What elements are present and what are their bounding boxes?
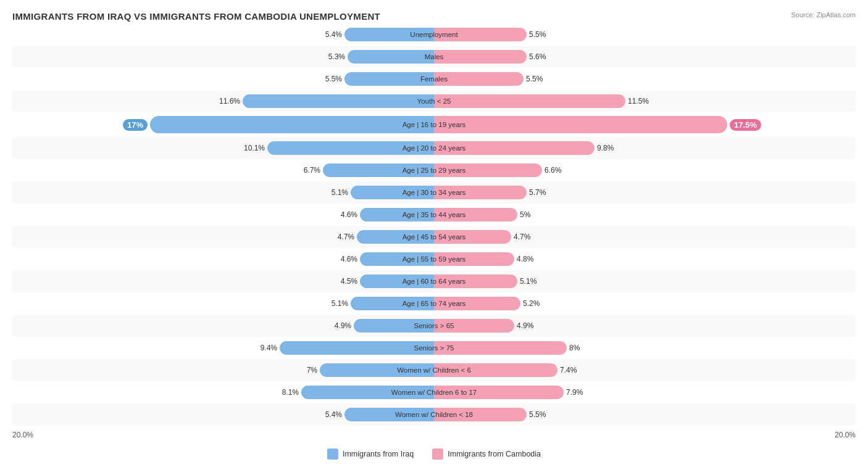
legend-iraq-box: [327, 448, 338, 460]
iraq-value: 5.1%: [325, 299, 348, 308]
left-side: 9.4%: [12, 341, 434, 355]
cambodia-bar: [434, 252, 514, 266]
right-side: 7.9%: [434, 386, 856, 399]
right-side: 4.8%: [434, 252, 856, 266]
bar-row: 10.1% Age | 20 to 24 years 9.8%: [12, 138, 856, 159]
left-side: 5.1%: [12, 186, 434, 199]
iraq-bar: [150, 116, 434, 133]
bar-row: 7% Women w/ Children < 6 7.4%: [12, 360, 856, 381]
iraq-value: 5.1%: [325, 188, 348, 197]
bar-row: 4.9% Seniors > 65 4.9%: [12, 315, 856, 336]
iraq-value: 5.3%: [322, 52, 345, 61]
iraq-bar: [360, 208, 434, 221]
right-side: 17.5%: [434, 116, 856, 133]
cambodia-bar: [434, 72, 524, 86]
cambodia-value: 5.7%: [529, 188, 553, 197]
axis-row: 20.0% 20.0%: [12, 428, 856, 442]
iraq-bar: [320, 363, 434, 377]
right-side: 5.6%: [434, 50, 856, 64]
bar-row: 5.5% Females 5.5%: [12, 68, 856, 89]
right-side: 5.5%: [434, 28, 856, 41]
cambodia-bar: [434, 163, 542, 177]
iraq-value: 10.1%: [241, 144, 265, 152]
cambodia-value: 4.9%: [517, 321, 540, 330]
iraq-bar: [344, 72, 434, 86]
iraq-bar: [301, 386, 434, 399]
cambodia-bar: [434, 386, 564, 399]
left-side: 17%: [12, 116, 434, 133]
right-side: 5.7%: [434, 186, 856, 199]
cambodia-value: 5.5%: [529, 410, 553, 419]
left-side: 5.1%: [12, 297, 434, 310]
iraq-bar: [351, 186, 434, 199]
iraq-value: 5.4%: [319, 410, 342, 419]
right-side: 5.5%: [434, 72, 856, 86]
iraq-value: 9.4%: [254, 344, 277, 352]
cambodia-value: 7.4%: [560, 366, 583, 374]
iraq-value: 4.7%: [331, 233, 354, 241]
cambodia-value: 6.6%: [545, 166, 568, 175]
cambodia-value: 4.7%: [514, 233, 537, 241]
cambodia-bar: [434, 408, 527, 421]
cambodia-value: 17.5%: [730, 119, 761, 131]
iraq-bar: [243, 94, 434, 108]
right-side: 9.8%: [434, 141, 856, 155]
bar-row: 4.5% Age | 60 to 64 years 5.1%: [12, 271, 856, 292]
source-text: Source: ZipAtlas.com: [791, 11, 856, 19]
legend-cambodia: Immigrants from Cambodia: [432, 448, 541, 460]
bar-row: 9.4% Seniors > 75 8%: [12, 337, 856, 358]
left-side: 11.6%: [12, 94, 434, 108]
iraq-bar: [280, 341, 434, 355]
bar-row: 4.6% Age | 35 to 44 years 5%: [12, 204, 856, 225]
legend-iraq-label: Immigrants from Iraq: [343, 450, 414, 458]
bar-row: 5.4% Unemployment 5.5%: [12, 24, 856, 45]
left-side: 4.5%: [12, 275, 434, 288]
left-side: 4.6%: [12, 252, 434, 266]
left-side: 7%: [12, 363, 434, 377]
iraq-bar: [351, 297, 434, 310]
legend: Immigrants from Iraq Immigrants from Cam…: [12, 448, 856, 460]
cambodia-value: 11.5%: [628, 97, 651, 105]
bar-row: 11.6% Youth < 25 11.5%: [12, 91, 856, 112]
cambodia-bar: [434, 94, 625, 108]
cambodia-bar: [434, 275, 517, 288]
cambodia-value: 5%: [520, 210, 543, 219]
bar-row: 8.1% Women w/ Children 6 to 17 7.9%: [12, 382, 856, 403]
iraq-bar: [354, 319, 434, 333]
iraq-value: 5.4%: [319, 30, 342, 39]
iraq-value: 7%: [294, 366, 317, 374]
cambodia-value: 5.5%: [529, 30, 553, 39]
right-side: 5%: [434, 208, 856, 221]
cambodia-bar: [434, 50, 527, 64]
cambodia-value: 8%: [569, 344, 593, 352]
right-side: 4.7%: [434, 230, 856, 244]
cambodia-value: 5.1%: [520, 277, 543, 286]
iraq-value: 4.6%: [334, 255, 357, 263]
right-side: 7.4%: [434, 363, 856, 377]
bar-row: 4.7% Age | 45 to 54 years 4.7%: [12, 226, 856, 247]
iraq-bar: [360, 252, 434, 266]
right-side: 6.6%: [434, 163, 856, 177]
left-side: 5.3%: [12, 50, 434, 64]
bar-row: 5.4% Women w/ Children < 18 5.5%: [12, 404, 856, 425]
cambodia-bar: [434, 28, 527, 41]
axis-right-label: 20.0%: [835, 431, 856, 439]
iraq-bar: [360, 275, 434, 288]
iraq-value: 6.7%: [297, 166, 320, 175]
chart-container: IMMIGRANTS FROM IRAQ VS IMMIGRANTS FROM …: [0, 0, 868, 466]
iraq-bar: [267, 141, 434, 155]
right-side: 11.5%: [434, 94, 856, 108]
left-side: 5.4%: [12, 28, 434, 41]
left-side: 4.9%: [12, 319, 434, 333]
bar-row: 6.7% Age | 25 to 29 years 6.6%: [12, 160, 856, 181]
right-side: 8%: [434, 341, 856, 355]
cambodia-bar: [434, 319, 514, 333]
left-side: 4.6%: [12, 208, 434, 221]
cambodia-value: 5.5%: [526, 75, 549, 83]
cambodia-value: 4.8%: [517, 255, 540, 263]
cambodia-bar: [434, 116, 727, 133]
legend-cambodia-box: [432, 448, 443, 460]
cambodia-bar: [434, 186, 527, 199]
left-side: 8.1%: [12, 386, 434, 399]
bar-row: 5.1% Age | 65 to 74 years 5.2%: [12, 293, 856, 314]
